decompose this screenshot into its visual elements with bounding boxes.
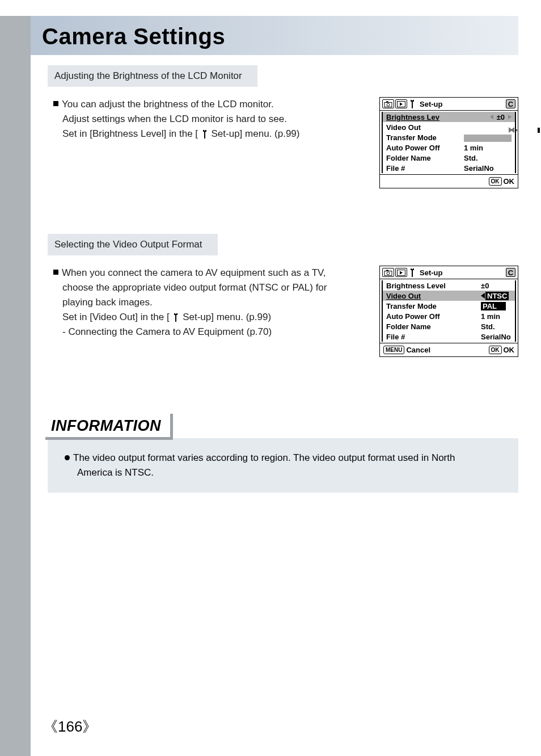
- lcd-value: Std.: [481, 322, 512, 331]
- lcd-row-file: File # SerialNo: [383, 163, 515, 173]
- lcd-row-autopower: Auto Power Off 1 min: [383, 142, 515, 153]
- svg-point-6: [387, 272, 390, 275]
- lcd-label: Video Out: [386, 123, 421, 132]
- lcd-label: Auto Power Off: [386, 144, 440, 152]
- text-line: - Connecting the Camera to AV Equipment …: [62, 326, 272, 337]
- lcd-value: PAL: [481, 302, 512, 310]
- lcd-label: Brightness Level: [386, 282, 446, 290]
- lcd-row-file: File # SerialNo: [383, 331, 515, 342]
- lcd-body: Brightness Lev ±0 Video Out Transfer Mod…: [382, 112, 516, 173]
- svg-rect-1: [386, 101, 388, 102]
- lcd-value: Std.: [464, 154, 512, 162]
- square-bullet-icon: [53, 101, 58, 106]
- info-line: America is NTSC.: [65, 467, 154, 478]
- menu-button-icon: MENU: [383, 346, 404, 354]
- lcd-row-folder: Folder Name Std.: [383, 321, 515, 331]
- c-tab-icon: C: [506, 268, 515, 277]
- lcd-value: 1 min: [464, 144, 512, 152]
- lcd-footer: MENU Cancel OK OK: [380, 343, 518, 356]
- setup-tool-icon: [408, 99, 416, 108]
- lcd-label: Brightness Lev: [386, 113, 439, 121]
- lcd-row-videoout: Video Out: [383, 122, 515, 132]
- lcd-row-brightness: Brightness Level ±0: [383, 280, 515, 291]
- lcd-value: ±0: [481, 282, 512, 290]
- cancel-label: Cancel: [406, 346, 430, 354]
- page-title: Camera Settings: [42, 24, 507, 49]
- text-line: Adjust settings when the LCD monitor is …: [62, 114, 287, 124]
- lcd-label: File #: [386, 164, 405, 173]
- lcd-row-videoout: Video Out NTSC: [383, 291, 515, 301]
- information-heading: INFORMATION: [45, 414, 173, 440]
- lcd-value: 1 min: [481, 312, 512, 321]
- section-heading-brightness: Adjusting the Brightness of the LCD Moni…: [48, 65, 257, 87]
- ok-label: OK: [504, 177, 515, 186]
- text-line: When you connect the camera to AV equipm…: [62, 267, 326, 278]
- play-tab-icon: [395, 268, 407, 277]
- information-body: The video output format varies according…: [48, 438, 518, 493]
- text-line: choose the appropriate video output form…: [62, 282, 327, 293]
- text-line: playing back images.: [62, 297, 153, 308]
- lcd-value: SerialNo: [481, 333, 512, 341]
- svg-rect-5: [386, 270, 388, 271]
- lcd-value: ±0: [490, 113, 512, 121]
- section-text: You can adjust the brightness of the LCD…: [48, 97, 368, 141]
- lcd-tabrow: Set-up C: [380, 266, 518, 279]
- setup-tool-icon: [408, 268, 416, 277]
- lcd-label: Folder Name: [386, 154, 431, 162]
- c-tab-icon: C: [506, 99, 515, 108]
- lcd-row-transfer: Transfer Mode: [383, 132, 515, 142]
- section-video: When you connect the camera to AV equipm…: [48, 266, 518, 357]
- lcd-row-transfer: Transfer Mode PAL: [383, 301, 515, 311]
- lcd-row-brightness: Brightness Lev ±0: [383, 112, 515, 122]
- lcd-footer: OK OK: [380, 174, 518, 188]
- lcd-title: Set-up: [420, 268, 442, 277]
- text-line: You can adjust the brightness of the LCD…: [62, 99, 274, 110]
- section-text: When you connect the camera to AV equipm…: [48, 266, 368, 339]
- lcd-label: Transfer Mode: [386, 302, 437, 310]
- ok-button-icon: OK: [489, 346, 502, 354]
- text-line: Set in [Brightness Level] in the [: [62, 128, 201, 139]
- svg-point-2: [387, 103, 390, 106]
- lcd-value: SerialNo: [464, 164, 512, 173]
- lcd-label: Auto Power Off: [386, 312, 440, 321]
- arrow-left-icon: [490, 115, 493, 119]
- info-line: The video output format varies according…: [73, 452, 455, 463]
- arrow-left-icon: [481, 293, 485, 299]
- section-brightness: You can adjust the brightness of the LCD…: [48, 97, 518, 188]
- text-line: Set in [Video Out] in the [: [62, 312, 172, 322]
- text-line: Set-up] menu. (p.99): [209, 128, 300, 139]
- square-bullet-icon: [53, 270, 58, 275]
- section-heading-video: Selecting the Video Output Format: [48, 234, 218, 255]
- lcd-value: NTSC: [481, 292, 512, 300]
- lcd-row-folder: Folder Name Std.: [383, 153, 515, 163]
- lcd-tabrow: Set-up C: [380, 98, 518, 111]
- circle-bullet-icon: [65, 455, 70, 460]
- arrow-right-icon: [508, 115, 512, 119]
- ok-label: OK: [504, 346, 515, 354]
- camera-tab-icon: [382, 268, 394, 277]
- lcd-label: File #: [386, 333, 405, 341]
- setup-tool-icon: [201, 129, 209, 138]
- lcd-value: [464, 133, 512, 141]
- lcd-label: Transfer Mode: [386, 133, 437, 142]
- text-line: Set-up] menu. (p.99): [180, 312, 271, 322]
- camera-tab-icon: [382, 99, 394, 108]
- lcd-row-autopower: Auto Power Off 1 min: [383, 311, 515, 321]
- lcd-body: Brightness Level ±0 Video Out NTSC Trans…: [382, 280, 516, 342]
- lcd-label: Video Out: [386, 292, 421, 300]
- information-box: INFORMATION The video output format vari…: [31, 414, 541, 493]
- lcd-label: Folder Name: [386, 322, 431, 331]
- setup-tool-icon: [172, 313, 180, 322]
- title-band: Camera Settings: [31, 16, 518, 55]
- lcd-menu-video: Set-up C Brightness Level ±0 Video Out N…: [379, 266, 518, 357]
- page-number: 《166》: [43, 717, 97, 737]
- ok-button-icon: OK: [489, 177, 502, 186]
- lcd-menu-brightness: Set-up C Brightness Lev ±0 Video Out: [379, 97, 518, 188]
- play-tab-icon: [395, 99, 407, 108]
- lcd-title: Set-up: [420, 100, 442, 108]
